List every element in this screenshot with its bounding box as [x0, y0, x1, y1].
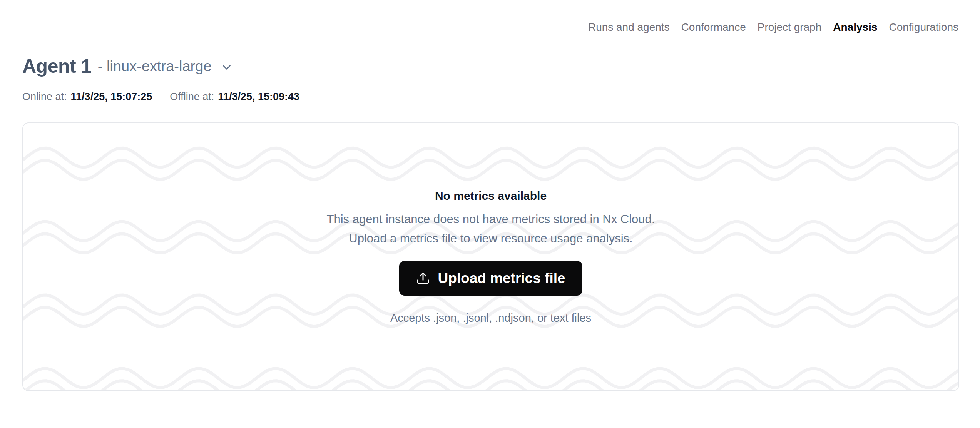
top-navigation: Runs and agents Conformance Project grap… — [588, 21, 958, 34]
nav-item-conformance[interactable]: Conformance — [681, 21, 746, 34]
empty-state-description: This agent instance does not have metric… — [327, 210, 655, 248]
chevron-down-icon[interactable] — [220, 61, 233, 74]
agent-analysis-page: Runs and agents Conformance Project grap… — [0, 0, 980, 428]
accepted-formats-note: Accepts .json, .jsonl, .ndjson, or text … — [390, 311, 591, 325]
agent-selector[interactable]: Agent 1 - linux-extra-large — [22, 55, 233, 77]
online-at: Online at: 11/3/25, 15:07:25 — [22, 90, 152, 103]
upload-metrics-file-button[interactable]: Upload metrics file — [399, 261, 582, 296]
empty-state-title: No metrics available — [435, 189, 547, 203]
agent-status-row: Online at: 11/3/25, 15:07:25 Offline at:… — [22, 90, 299, 103]
empty-state-content: No metrics available This agent instance… — [23, 123, 958, 390]
metrics-empty-state-card: No metrics available This agent instance… — [22, 122, 959, 391]
nav-item-runs-and-agents[interactable]: Runs and agents — [588, 21, 670, 34]
nav-item-project-graph[interactable]: Project graph — [758, 21, 822, 34]
nav-item-configurations[interactable]: Configurations — [889, 21, 958, 34]
online-at-value: 11/3/25, 15:07:25 — [71, 90, 152, 103]
offline-at-label: Offline at: — [170, 90, 214, 103]
offline-at-value: 11/3/25, 15:09:43 — [218, 90, 299, 103]
upload-icon — [416, 271, 430, 285]
empty-state-description-line2: Upload a metrics file to view resource u… — [327, 229, 655, 248]
upload-button-label: Upload metrics file — [438, 271, 565, 285]
offline-at: Offline at: 11/3/25, 15:09:43 — [170, 90, 299, 103]
nav-item-analysis[interactable]: Analysis — [833, 21, 877, 34]
page-title: Agent 1 — [22, 55, 92, 77]
empty-state-description-line1: This agent instance does not have metric… — [327, 210, 655, 229]
online-at-label: Online at: — [22, 90, 67, 103]
agent-machine-label: - linux-extra-large — [98, 57, 212, 75]
